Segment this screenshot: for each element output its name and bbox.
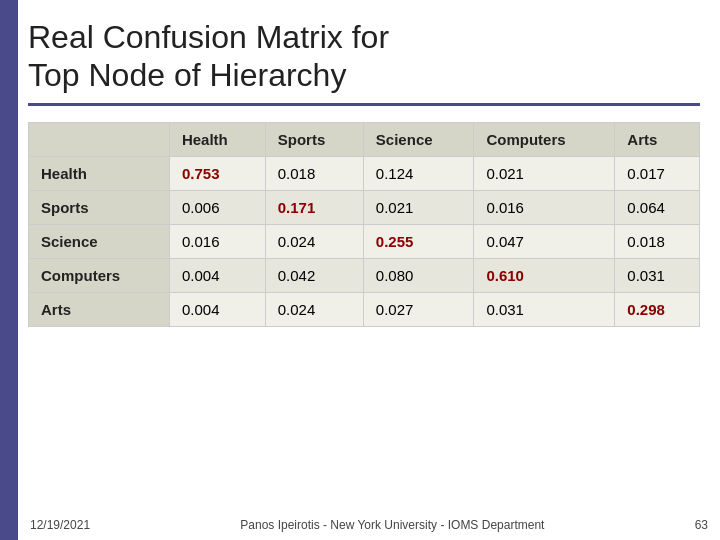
footer-page: 63 <box>695 518 708 532</box>
row-label: Sports <box>29 190 170 224</box>
footer: 12/19/2021 Panos Ipeirotis - New York Un… <box>18 518 720 532</box>
cell-value: 0.018 <box>265 156 363 190</box>
row-label: Science <box>29 224 170 258</box>
header-sports: Sports <box>265 122 363 156</box>
cell-value: 0.255 <box>363 224 474 258</box>
table-row: Health0.7530.0180.1240.0210.017 <box>29 156 700 190</box>
cell-value: 0.006 <box>169 190 265 224</box>
left-accent-bar <box>0 0 18 540</box>
header-empty <box>29 122 170 156</box>
row-label: Health <box>29 156 170 190</box>
cell-value: 0.610 <box>474 258 615 292</box>
table-row: Sports0.0060.1710.0210.0160.064 <box>29 190 700 224</box>
page-title: Real Confusion Matrix for Top Node of Hi… <box>28 18 700 95</box>
header-computers: Computers <box>474 122 615 156</box>
cell-value: 0.004 <box>169 258 265 292</box>
cell-value: 0.124 <box>363 156 474 190</box>
cell-value: 0.016 <box>474 190 615 224</box>
cell-value: 0.018 <box>615 224 700 258</box>
header-science: Science <box>363 122 474 156</box>
row-label: Computers <box>29 258 170 292</box>
cell-value: 0.021 <box>363 190 474 224</box>
title-underline <box>28 103 700 106</box>
cell-value: 0.004 <box>169 292 265 326</box>
cell-value: 0.080 <box>363 258 474 292</box>
cell-value: 0.017 <box>615 156 700 190</box>
cell-value: 0.042 <box>265 258 363 292</box>
cell-value: 0.047 <box>474 224 615 258</box>
cell-value: 0.027 <box>363 292 474 326</box>
footer-date: 12/19/2021 <box>30 518 90 532</box>
cell-value: 0.021 <box>474 156 615 190</box>
table-row: Computers0.0040.0420.0800.6100.031 <box>29 258 700 292</box>
cell-value: 0.171 <box>265 190 363 224</box>
table-row: Arts0.0040.0240.0270.0310.298 <box>29 292 700 326</box>
confusion-matrix-table: Health Sports Science Computers Arts Hea… <box>28 122 700 327</box>
cell-value: 0.031 <box>615 258 700 292</box>
header-arts: Arts <box>615 122 700 156</box>
cell-value: 0.024 <box>265 224 363 258</box>
header-health: Health <box>169 122 265 156</box>
cell-value: 0.298 <box>615 292 700 326</box>
cell-value: 0.024 <box>265 292 363 326</box>
table-header-row: Health Sports Science Computers Arts <box>29 122 700 156</box>
table-row: Science0.0160.0240.2550.0470.018 <box>29 224 700 258</box>
cell-value: 0.064 <box>615 190 700 224</box>
cell-value: 0.753 <box>169 156 265 190</box>
footer-center: Panos Ipeirotis - New York University - … <box>90 518 695 532</box>
row-label: Arts <box>29 292 170 326</box>
cell-value: 0.031 <box>474 292 615 326</box>
cell-value: 0.016 <box>169 224 265 258</box>
